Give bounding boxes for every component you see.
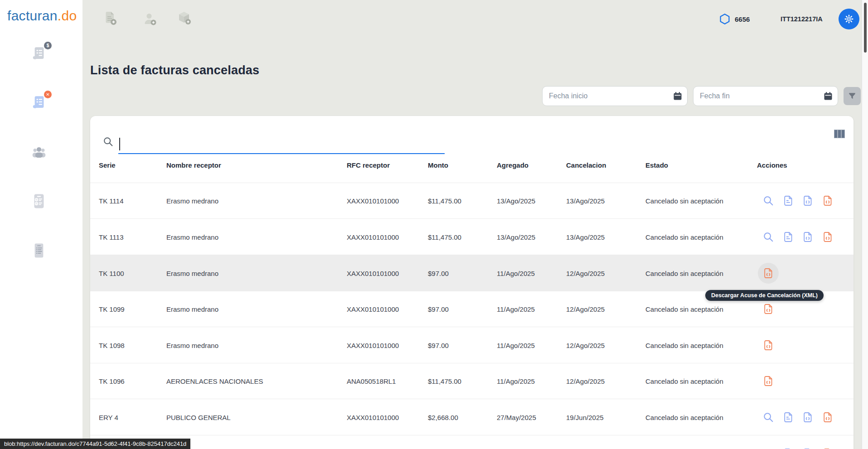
cell-monto: $97.00 [428, 305, 449, 313]
cell-rfc: ANA050518RL1 [347, 377, 396, 385]
report-icon [29, 241, 49, 261]
funnel-icon [848, 92, 857, 101]
invoice-table-card: SerieNombre receptorRFC receptorMontoAgr… [90, 116, 853, 449]
download-acuse-xml-icon[interactable] [822, 411, 834, 423]
cell-rfc: XAXX010101000 [347, 233, 399, 241]
cell-nombre: Erasmo medrano [166, 341, 218, 349]
tooltip: Descargar Acuse de Cancelación (XML) [705, 290, 824, 301]
cell-monto: $11,475.00 [428, 197, 461, 204]
gear-icon [844, 14, 854, 24]
credits-count: 6656 [735, 15, 750, 23]
cell-agregado: 11/Ago/2025 [497, 377, 535, 385]
cell-nombre: Erasmo medrano [166, 197, 218, 204]
cell-nombre: Erasmo medrano [166, 269, 218, 277]
cell-agregado: 11/Ago/2025 [497, 269, 535, 277]
page-title: Lista de facturas canceladas [90, 63, 259, 77]
sidebar-item-clients[interactable] [29, 142, 51, 164]
search-icon [102, 136, 114, 147]
sidebar: facturan.do $ ✕ [0, 0, 82, 449]
start-date-input[interactable] [542, 86, 688, 106]
cell-estado: Cancelado sin aceptación [645, 341, 723, 349]
credits-badge[interactable]: 6656 [719, 12, 750, 26]
sidebar-item-invoices[interactable]: $ [29, 43, 51, 65]
cell-nombre: Erasmo medrano [166, 233, 218, 241]
cell-cancelacion: 13/Ago/2025 [566, 197, 605, 204]
column-header: Estado [645, 161, 668, 169]
cell-rfc: XAXX010101000 [347, 197, 399, 204]
cell-agregado: 13/Ago/2025 [497, 233, 535, 241]
download-xml-icon[interactable] [802, 231, 814, 243]
sidebar-item-checklist[interactable] [29, 191, 51, 213]
hexagon-icon [719, 13, 731, 25]
clients-icon [29, 142, 49, 162]
view-invoice-icon[interactable] [762, 231, 774, 243]
column-header: Agregado [497, 161, 529, 169]
cell-agregado: 13/Ago/2025 [497, 197, 535, 204]
new-client-icon[interactable] [141, 10, 159, 28]
cell-cancelacion: 12/Ago/2025 [566, 341, 605, 349]
view-invoice-icon[interactable] [762, 411, 774, 423]
settings-button[interactable] [839, 9, 859, 29]
cell-nombre: Erasmo medrano [166, 305, 218, 313]
cell-cancelacion: 19/Jun/2025 [566, 413, 604, 421]
cell-serie: TK 1098 [99, 341, 125, 349]
cell-monto: $97.00 [428, 269, 449, 277]
cell-rfc: XAXX010101000 [347, 413, 399, 421]
cell-rfc: XAXX010101000 [347, 341, 399, 349]
cell-serie: TK 1096 [99, 377, 125, 385]
download-pdf-icon[interactable] [782, 195, 794, 207]
table-row: ERY 4PUBLICO GENERALXAXX010101000$2,668.… [90, 399, 853, 435]
download-acuse-xml-icon[interactable] [822, 231, 834, 243]
download-pdf-icon[interactable] [782, 411, 794, 423]
cell-estado: Cancelado sin aceptación [645, 413, 723, 421]
app-window: facturan.do $ ✕ [0, 0, 868, 449]
cell-nombre: AEROENLACES NACIONALES [166, 377, 263, 385]
table-row: TK 1096AEROENLACES NACIONALESANA050518RL… [90, 363, 853, 399]
scrollbar-thumb[interactable] [864, 3, 867, 53]
column-header: Cancelacion [566, 161, 606, 169]
cell-rfc: XAXX010101000 [347, 305, 399, 313]
table-row: TK 1114Erasmo medranoXAXX010101000$11,47… [90, 183, 853, 219]
brand-suffix: .do [58, 8, 77, 23]
cell-estado: Cancelado sin aceptación [645, 305, 723, 313]
cell-serie: TK 1114 [99, 197, 123, 204]
table-row: TK 1100Erasmo medranoXAXX010101000$97.00… [90, 255, 853, 291]
scrollbar-track[interactable] [862, 0, 868, 449]
column-header: Nombre receptor [166, 161, 221, 169]
new-invoice-icon[interactable] [101, 9, 119, 27]
end-date-input[interactable] [693, 86, 838, 106]
checklist-icon [29, 191, 49, 211]
cell-cancelacion: 12/Ago/2025 [566, 305, 605, 313]
brand-logo[interactable]: facturan.do [7, 8, 77, 24]
sidebar-item-cancelled-invoices[interactable]: ✕ [29, 92, 51, 114]
cell-serie: TK 1100 [99, 269, 124, 277]
download-acuse-xml-icon[interactable] [762, 303, 774, 315]
download-acuse-xml-icon[interactable] [822, 195, 834, 207]
column-header: Acciones [757, 161, 787, 169]
view-invoice-icon[interactable] [762, 195, 774, 207]
cell-serie: TK 1113 [99, 233, 123, 241]
download-pdf-icon[interactable] [782, 231, 794, 243]
sidebar-item-reports[interactable] [29, 241, 51, 262]
cell-estado: Cancelado sin aceptación [645, 233, 723, 241]
cell-agregado: 27/May/2025 [497, 413, 536, 421]
cancelled-invoices-badge: ✕ [44, 91, 52, 98]
new-product-icon[interactable] [175, 9, 193, 27]
download-acuse-xml-icon[interactable] [762, 375, 774, 387]
cell-serie: ERY 4 [99, 413, 118, 421]
download-xml-icon[interactable] [802, 411, 814, 423]
column-header: RFC receptor [347, 161, 390, 169]
cell-monto: $2,668.00 [428, 413, 458, 421]
apply-filter-button[interactable] [844, 87, 861, 105]
download-xml-icon[interactable] [802, 195, 814, 207]
cell-estado: Cancelado sin aceptación [645, 377, 723, 385]
table-row: TK 1098Erasmo medranoXAXX010101000$97.00… [90, 327, 853, 363]
cell-cancelacion: 12/Ago/2025 [566, 377, 605, 385]
column-settings-icon[interactable] [834, 130, 844, 138]
cell-cancelacion: 13/Ago/2025 [566, 233, 605, 241]
search-input[interactable] [118, 136, 445, 154]
download-acuse-xml-icon[interactable] [762, 339, 774, 351]
cell-rfc: XAXX010101000 [347, 269, 399, 277]
column-header: Serie [99, 161, 116, 169]
download-acuse-xml-icon[interactable] [762, 267, 774, 279]
